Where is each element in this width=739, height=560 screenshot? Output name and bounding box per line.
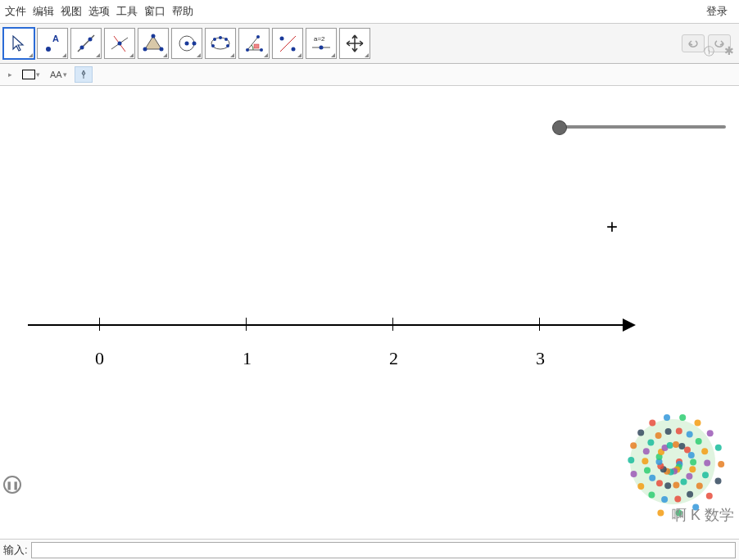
slider-knob[interactable] — [552, 120, 567, 135]
svg-point-85 — [715, 445, 722, 451]
menu-window[interactable]: 窗口 — [144, 4, 165, 19]
svg-point-91 — [657, 509, 664, 516]
slider-tool[interactable]: a=2 — [306, 28, 337, 59]
graphics-canvas[interactable]: + 0 1 2 3 啊 K 数学 ❚❚ — [0, 86, 739, 528]
input-label: 输入: — [3, 543, 28, 558]
svg-point-67 — [701, 448, 708, 454]
svg-point-79 — [637, 429, 644, 436]
svg-point-81 — [664, 414, 670, 421]
point-tool[interactable]: A — [37, 28, 68, 59]
number-line-axis — [28, 324, 626, 326]
cursor-icon — [10, 34, 28, 52]
undo-button[interactable] — [682, 34, 705, 52]
ellipse-icon — [210, 33, 231, 54]
line-icon — [75, 33, 97, 54]
menu-view[interactable]: 视图 — [61, 4, 82, 19]
svg-point-23 — [256, 35, 260, 38]
reflect-icon — [277, 33, 298, 54]
axis-label: 2 — [389, 348, 398, 369]
menu-help[interactable]: 帮助 — [172, 4, 193, 19]
graphics-view-toggle[interactable]: ▸ — [5, 67, 15, 82]
svg-point-1 — [46, 47, 51, 52]
svg-rect-24 — [254, 44, 259, 48]
svg-point-22 — [260, 48, 263, 52]
menu-options[interactable]: 选项 — [88, 4, 110, 19]
angle-icon — [243, 33, 265, 54]
perp-tool[interactable] — [104, 28, 135, 59]
svg-point-86 — [718, 461, 724, 467]
main-toolbar: A a=2 — [0, 24, 739, 64]
polygon-tool[interactable] — [138, 28, 169, 59]
svg-point-62 — [655, 432, 662, 439]
svg-point-68 — [704, 459, 710, 466]
pin-button[interactable] — [75, 66, 93, 83]
svg-text:A: A — [52, 34, 59, 43]
menu-tools[interactable]: 工具 — [116, 4, 138, 19]
help-icon[interactable]: ⓘ — [704, 44, 714, 59]
svg-point-32 — [676, 458, 682, 465]
svg-point-36 — [671, 468, 678, 475]
point-icon: A — [42, 33, 63, 54]
svg-point-18 — [224, 38, 228, 41]
axis-tick — [392, 318, 393, 331]
circle-tool[interactable] — [171, 28, 202, 59]
svg-point-20 — [211, 44, 215, 47]
menu-login[interactable]: 登录 — [706, 4, 728, 19]
svg-point-61 — [647, 439, 654, 445]
svg-point-38 — [664, 468, 670, 475]
move-tool[interactable] — [3, 28, 34, 59]
translate-tool[interactable] — [339, 28, 370, 59]
perp-icon — [109, 33, 130, 54]
svg-point-84 — [707, 430, 714, 436]
svg-point-45 — [667, 442, 673, 449]
polygon-icon — [143, 33, 164, 54]
svg-point-65 — [687, 431, 693, 438]
translate-icon — [344, 33, 365, 54]
line-tool[interactable] — [70, 28, 102, 59]
svg-point-63 — [665, 428, 672, 435]
svg-point-11 — [143, 47, 147, 52]
svg-point-46 — [673, 441, 679, 448]
svg-point-90 — [676, 510, 682, 517]
svg-point-30 — [320, 46, 324, 50]
axis-label: 0 — [95, 348, 104, 369]
menu-edit[interactable]: 编辑 — [33, 4, 54, 19]
color-picker[interactable]: ▾ — [20, 67, 43, 82]
svg-point-87 — [715, 478, 722, 485]
svg-point-83 — [695, 420, 701, 427]
settings-icon[interactable]: ✱ — [724, 44, 734, 59]
svg-point-26 — [280, 37, 284, 41]
menu-file[interactable]: 文件 — [5, 4, 26, 19]
command-input[interactable] — [31, 542, 736, 558]
svg-point-47 — [678, 443, 685, 449]
slider-track[interactable] — [557, 125, 726, 129]
svg-point-72 — [674, 496, 681, 503]
angle-tool[interactable] — [238, 28, 270, 59]
svg-point-13 — [185, 42, 189, 46]
menu-bar: 文件 编辑 视图 选项 工具 窗口 帮助 登录 — [0, 0, 739, 24]
svg-point-48 — [684, 446, 691, 453]
svg-text:a=2: a=2 — [314, 35, 325, 43]
svg-point-56 — [656, 480, 663, 486]
svg-point-27 — [292, 47, 296, 52]
svg-point-41 — [656, 458, 663, 465]
reflect-tool[interactable] — [272, 28, 303, 59]
font-size-picker[interactable]: AA▾ — [48, 67, 70, 82]
svg-point-4 — [88, 38, 93, 42]
play-pause-button[interactable]: ❚❚ — [3, 476, 21, 494]
svg-point-50 — [690, 458, 696, 465]
ellipse-tool[interactable] — [205, 28, 236, 59]
svg-point-57 — [649, 475, 655, 481]
svg-point-10 — [160, 47, 164, 52]
svg-point-58 — [644, 467, 651, 473]
svg-point-16 — [213, 38, 216, 41]
svg-point-14 — [193, 42, 197, 46]
svg-point-39 — [660, 466, 667, 472]
svg-point-43 — [658, 449, 664, 455]
svg-point-3 — [80, 46, 84, 50]
svg-point-49 — [688, 452, 695, 458]
svg-point-33 — [676, 461, 682, 467]
svg-point-42 — [656, 454, 663, 460]
svg-point-80 — [649, 419, 655, 426]
input-bar: 输入: — [0, 539, 739, 560]
